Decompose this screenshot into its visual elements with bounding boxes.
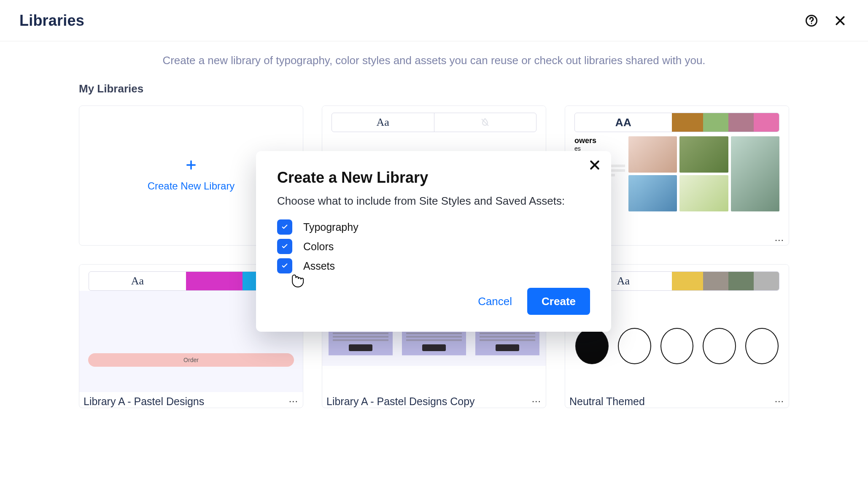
card-menu-icon[interactable]: ··· (532, 398, 542, 406)
create-library-modal: Create a New Library Choose what to incl… (256, 151, 611, 332)
card-pastel-copy-title: Library A - Pastel Designs Copy (326, 395, 475, 408)
circle (660, 328, 694, 364)
card-menu-icon[interactable]: ··· (775, 237, 784, 244)
close-icon[interactable] (832, 12, 849, 29)
swatch (703, 113, 728, 132)
svg-point-1 (811, 23, 812, 24)
page-title: Libraries (19, 12, 84, 30)
order-pill: Order (88, 353, 294, 367)
flowers-typography[interactable]: AA (575, 113, 672, 132)
create-button[interactable]: Create (527, 288, 590, 315)
option-typography[interactable]: Typography (277, 219, 590, 235)
topbar-actions (803, 12, 849, 29)
no-color-icon (480, 117, 490, 127)
topbar: Libraries (0, 0, 868, 41)
flowers-strip: AA (574, 113, 779, 132)
tab-typography[interactable]: Aa (332, 113, 434, 132)
preview-mosaic (628, 136, 779, 211)
modal-subtitle: Choose what to include from Site Styles … (277, 193, 590, 208)
card-pastel-title: Library A - Pastel Designs (84, 395, 204, 408)
help-icon[interactable] (803, 12, 820, 29)
aa-label: AA (615, 116, 632, 129)
option-assets-label: Assets (303, 260, 335, 272)
option-typography-label: Typography (303, 221, 359, 233)
page-subtitle: Create a new library of typography, colo… (34, 54, 834, 67)
card-menu-icon[interactable]: ··· (289, 398, 299, 406)
swatch (728, 113, 754, 132)
swatch (728, 272, 754, 290)
plus-icon (185, 159, 197, 173)
circle (618, 328, 651, 364)
section-title: My Libraries (79, 82, 809, 95)
checkbox-icon[interactable] (277, 239, 292, 254)
cancel-button[interactable]: Cancel (478, 295, 512, 308)
swatch (672, 113, 703, 132)
swatch (186, 272, 243, 290)
tab-row: Aa (332, 113, 536, 132)
card-pastel-copy-footer: Library A - Pastel Designs Copy ··· (324, 390, 544, 408)
option-assets[interactable]: Assets (277, 258, 590, 273)
swatch (672, 272, 703, 290)
option-colors-label: Colors (303, 241, 334, 253)
modal-title: Create a New Library (277, 169, 590, 187)
swatch (703, 272, 728, 290)
modal-close-icon[interactable] (588, 159, 601, 173)
card-neutral-footer: Neutral Themed ··· (567, 390, 787, 408)
checkbox-icon[interactable] (277, 258, 292, 273)
card-neutral-title: Neutral Themed (569, 395, 645, 408)
circle (703, 328, 736, 364)
swatch (754, 272, 779, 290)
card-pastel-footer: Library A - Pastel Designs ··· (81, 390, 301, 408)
swatch (754, 113, 779, 132)
checkbox-icon[interactable] (277, 219, 292, 235)
option-colors[interactable]: Colors (277, 239, 590, 254)
preview-title: owers (574, 136, 625, 145)
pastel-typography[interactable]: Aa (89, 272, 186, 290)
order-label: Order (183, 357, 199, 363)
aa-label: Aa (131, 275, 144, 287)
aa-label: Aa (377, 116, 389, 129)
modal-actions: Cancel Create (277, 288, 590, 315)
circle (575, 328, 609, 364)
circle (745, 328, 779, 364)
tab-no-color[interactable] (434, 113, 536, 132)
card-menu-icon[interactable]: ··· (775, 398, 784, 406)
create-new-label: Create New Library (148, 180, 235, 192)
aa-label: Aa (617, 275, 630, 287)
